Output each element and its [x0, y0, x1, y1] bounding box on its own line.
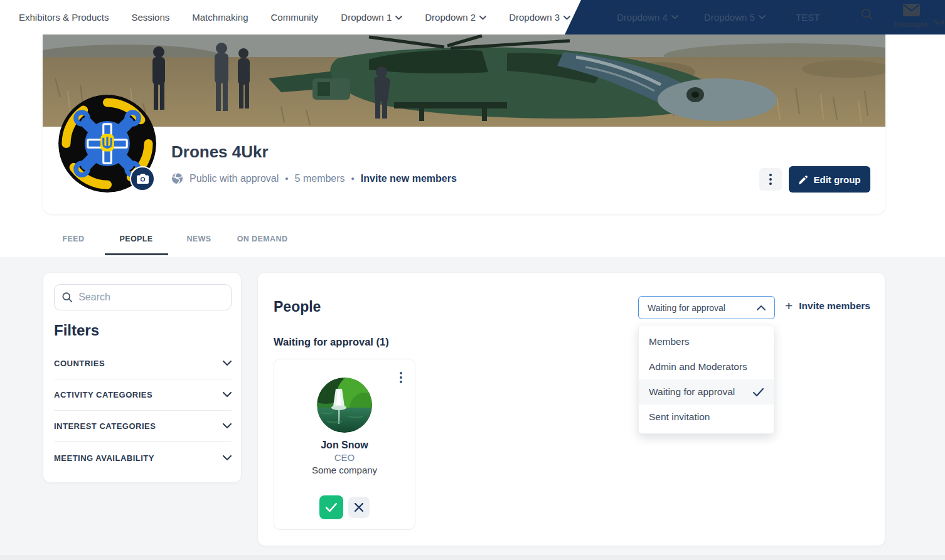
globe-icon — [171, 172, 183, 184]
search-icon — [62, 292, 72, 303]
envelope-icon — [903, 4, 920, 16]
people-panel: People Waiting for approval (1) Waiting … — [257, 272, 885, 546]
chevron-down-icon — [223, 423, 232, 429]
active-tab-underline — [105, 253, 168, 255]
nav-search-button[interactable] — [861, 8, 873, 23]
waiting-section-title: Waiting for approval (1) — [274, 336, 389, 348]
member-avatar — [317, 378, 372, 433]
nav-matchmaking[interactable]: Matchmaking — [192, 12, 248, 23]
pencil-icon — [799, 175, 808, 184]
chevron-up-icon — [757, 305, 766, 310]
option-admin-and-moderators[interactable]: Admin and Moderators — [639, 354, 774, 379]
group-meta-row: Public with approval • 5 members • Invit… — [171, 172, 457, 184]
member-filter-select[interactable]: Waiting for approval — [638, 296, 775, 319]
nav-dropdown-3[interactable]: Dropdown 3 — [509, 12, 570, 23]
change-photo-button[interactable] — [130, 166, 155, 191]
filter-countries[interactable]: COUNTRIES — [54, 348, 232, 379]
option-waiting-for-approval[interactable]: Waiting for approval — [639, 379, 774, 404]
search-box[interactable] — [54, 284, 232, 310]
option-members[interactable]: Members — [639, 329, 774, 354]
chevron-down-icon — [759, 15, 766, 19]
member-position: CEO — [274, 452, 415, 463]
filters-panel: Filters COUNTRIES ACTIVITY CATEGORIES IN… — [43, 272, 242, 483]
group-title: Drones 4Ukr — [171, 142, 269, 162]
nav-sessions[interactable]: Sessions — [131, 12, 169, 23]
filter-activity-categories[interactable]: ACTIVITY CATEGORIES — [54, 379, 232, 411]
group-tabs: FEED PEOPLE NEWS ON DEMAND — [0, 225, 945, 257]
tab-feed[interactable]: FEED — [63, 235, 85, 243]
chevron-down-icon — [395, 16, 402, 20]
member-actions — [274, 495, 415, 519]
group-more-options-button[interactable] — [759, 168, 782, 191]
footer-strip — [0, 555, 945, 560]
search-input[interactable] — [78, 292, 223, 303]
nav-messages-button[interactable]: Messages — [894, 4, 929, 28]
nav-dropdown-2[interactable]: Dropdown 2 — [425, 12, 486, 23]
approve-member-button[interactable] — [319, 495, 343, 519]
member-filter-dropdown-menu: Members Admin and Moderators Waiting for… — [638, 325, 774, 434]
tab-news[interactable]: NEWS — [186, 235, 211, 243]
filter-interest-categories[interactable]: INTEREST CATEGORIES — [54, 411, 232, 442]
group-members-count[interactable]: 5 members — [295, 173, 345, 184]
group-header-card: Drones 4Ukr Public with approval • 5 mem… — [43, 34, 885, 214]
check-icon — [326, 503, 337, 512]
chevron-down-icon — [479, 16, 486, 20]
search-icon — [861, 8, 873, 20]
page: Drones 4Ukr Public with approval • 5 mem… — [0, 0, 945, 560]
top-navigation-bar: Exhibitors & Products Sessions Matchmaki… — [0, 0, 945, 34]
group-privacy: Public with approval — [190, 173, 279, 184]
member-name: Jon Snow — [274, 440, 415, 451]
nav-notifications-button[interactable]: Notifications — [933, 18, 945, 26]
waterfall-avatar-illustration — [317, 378, 372, 433]
nav-dropdown-1[interactable]: Dropdown 1 — [341, 12, 402, 23]
invite-new-members-link[interactable]: Invite new members — [361, 173, 457, 184]
chevron-down-icon — [563, 16, 570, 20]
member-company: Some company — [274, 465, 415, 475]
plus-icon: + — [785, 299, 793, 312]
nav-test[interactable]: TEST — [796, 0, 820, 34]
chevron-down-icon — [671, 15, 678, 19]
filter-meeting-availability[interactable]: MEETING AVAILABILITY — [54, 442, 232, 473]
member-more-options-button[interactable] — [400, 372, 402, 383]
chevron-down-icon — [223, 361, 232, 366]
nav-exhibitors-products[interactable]: Exhibitors & Products — [19, 12, 109, 23]
camera-icon — [137, 174, 149, 184]
member-filter-value: Waiting for approval — [648, 303, 725, 313]
group-banner-image — [43, 34, 885, 127]
check-icon — [753, 388, 764, 396]
meta-separator: • — [285, 173, 288, 184]
member-card[interactable]: Jon Snow CEO Some company — [274, 359, 415, 530]
people-title: People — [274, 298, 321, 315]
invite-members-button[interactable]: + Invite members — [785, 299, 870, 312]
option-sent-invitation[interactable]: Sent invitation — [639, 404, 774, 430]
nav-dropdown-5[interactable]: Dropdown 5 — [704, 0, 766, 34]
reject-member-button[interactable] — [348, 497, 370, 518]
chevron-down-icon — [223, 392, 232, 398]
close-icon — [355, 503, 363, 512]
filters-title: Filters — [54, 322, 99, 339]
edit-group-button[interactable]: Edit group — [789, 166, 870, 193]
messages-label: Messages — [894, 21, 929, 28]
meta-separator: • — [351, 173, 355, 184]
filter-list: COUNTRIES ACTIVITY CATEGORIES INTEREST C… — [54, 348, 232, 473]
nav-left-items: Exhibitors & Products Sessions Matchmaki… — [19, 0, 570, 34]
edit-group-label: Edit group — [814, 174, 861, 185]
chevron-down-icon — [223, 455, 232, 461]
tab-on-demand[interactable]: ON DEMAND — [237, 235, 288, 243]
nav-dropdown-4[interactable]: Dropdown 4 — [617, 0, 678, 34]
nav-community[interactable]: Community — [270, 12, 318, 23]
banner-photo-illustration — [43, 34, 885, 127]
tab-people[interactable]: PEOPLE — [119, 235, 152, 243]
